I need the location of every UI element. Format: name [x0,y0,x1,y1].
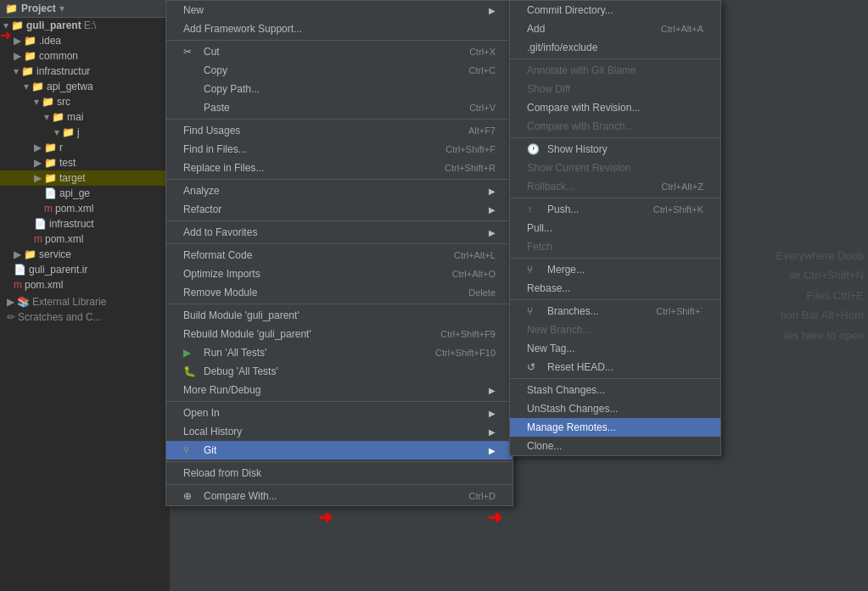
sep2 [166,119,512,120]
vcs-pull[interactable]: Pull... [510,219,720,237]
tree-idea[interactable]: ▶ 📁 .idea [0,33,170,48]
java-label: j [77,126,80,138]
tree-main[interactable]: ▾ 📁 mai [0,109,170,125]
resethead-icon: ↺ [527,361,540,373]
tree-service[interactable]: ▶ 📁 service [0,247,170,262]
tree-guli-ir[interactable]: 📄 guli_parent.ir [0,262,170,277]
vcs-branches[interactable]: ⑂ Branches... Ctrl+Shift+` [510,302,720,321]
vsep6 [510,378,720,379]
vcs-new-tag[interactable]: New Tag... [510,339,720,358]
menu-add-framework[interactable]: Add Framework Support... [166,20,512,38]
pom3-label: pom.xml [25,279,63,291]
menu-find-files[interactable]: Find in Files... Ctrl+Shift+F [166,140,512,159]
src-arrow: ▾ [34,96,39,108]
tree-apigateway[interactable]: ▾ 📁 api_getwa [0,79,170,94]
menu-cut[interactable]: ✂ Cut Ctrl+X [166,42,512,61]
commit-dir-label: Commit Directory... [527,4,613,16]
vcs-push[interactable]: ↑ Push... Ctrl+Shift+K [510,200,720,219]
copy-label: Copy [204,64,227,76]
target-folder: 📁 [44,172,57,184]
tree-java[interactable]: ▾ 📁 j [0,125,170,140]
context-menu-primary: New Add Framework Support... ✂ Cut Ctrl+… [165,0,513,506]
run-icon: ▶ [183,347,197,359]
vcs-reset-head[interactable]: ↺ Reset HEAD... [510,358,720,376]
project-header: 📁 Project ▾ [0,0,170,18]
menu-remove-module[interactable]: Remove Module Delete [166,283,512,302]
tree-infrastructure[interactable]: ▾ 📁 infrastructur [0,64,170,79]
tree-r[interactable]: ▶ 📁 r [0,140,170,155]
menu-optimize[interactable]: Optimize Imports Ctrl+Alt+O [166,265,512,283]
menu-reload[interactable]: Reload from Disk [166,464,512,482]
vcs-showdiff[interactable]: Show Diff [510,80,720,98]
tree-common[interactable]: ▶ 📁 common [0,48,170,64]
menu-more-rundebug[interactable]: More Run/Debug [166,381,512,399]
tree-target[interactable]: ▶ 📁 target [0,170,170,186]
idea-arrow: ▶ [14,35,21,47]
src-folder: 📁 [42,96,54,108]
menu-git[interactable]: ⑂ Git [166,441,512,460]
showdiff-label: Show Diff [527,83,570,95]
vcs-stash[interactable]: Stash Changes... [510,381,720,399]
menu-analyze[interactable]: Analyze [166,181,512,200]
menu-rebuild[interactable]: Rebuild Module 'guli_parent' Ctrl+Shift+… [166,325,512,343]
test-folder: 📁 [44,157,57,169]
vcs-rebase[interactable]: Rebase... [510,279,720,298]
vcs-new-branch[interactable]: New Branch... [510,321,720,339]
menu-replace-files[interactable]: Replace in Files... Ctrl+Shift+R [166,159,512,177]
tree-external-libraries[interactable]: ▶ 📚 External Librarie [0,294,170,309]
vcs-manage-remotes[interactable]: Manage Remotes... [510,418,720,437]
vcs-clone[interactable]: Clone... [510,437,720,455]
vcs-annotate[interactable]: Annotate with Git Blame [510,61,720,80]
tree-infrafile[interactable]: 📄 infrastruct [0,216,170,231]
menu-run-tests[interactable]: ▶ Run 'All Tests' Ctrl+Shift+F10 [166,343,512,362]
menu-copy[interactable]: Copy Ctrl+C [166,61,512,80]
common-folder: 📁 [24,50,36,62]
manageremotes-label: Manage Remotes... [527,421,616,433]
menu-open-in[interactable]: Open In [166,404,512,422]
vcs-show-current-rev[interactable]: Show Current Revision [510,159,720,177]
menu-paste[interactable]: Paste Ctrl+V [166,98,512,117]
apige-label: api_ge [59,187,90,199]
fetch-label: Fetch [527,241,552,253]
vcs-add[interactable]: Add Ctrl+Alt+A [510,20,720,38]
clone-label: Clone... [527,440,562,452]
menu-local-history[interactable]: Local History [166,422,512,441]
menu-build[interactable]: Build Module 'guli_parent' [166,306,512,325]
tree-apige-file[interactable]: 📄 api_ge [0,186,170,201]
tree-pom2[interactable]: m pom.xml [0,231,170,247]
vcs-show-history[interactable]: 🕐 Show History [510,140,720,159]
tree-pom3[interactable]: m pom.xml [0,277,170,293]
vcs-rollback[interactable]: Rollback... Ctrl+Alt+Z [510,177,720,196]
menu-copy-path[interactable]: Copy Path... [166,80,512,98]
rollback-shortcut: Ctrl+Alt+Z [661,181,703,192]
vcs-merge[interactable]: ⑂ Merge... [510,260,720,279]
tree-test[interactable]: ▶ 📁 test [0,155,170,170]
sep1 [166,40,512,41]
vcs-unstash[interactable]: UnStash Changes... [510,399,720,418]
vcs-fetch[interactable]: Fetch [510,237,720,256]
vcs-compare-revision[interactable]: Compare with Revision... [510,98,720,117]
branches-label: Branches... [547,305,599,317]
menu-compare[interactable]: ⊕ Compare With... Ctrl+D [166,487,512,505]
tree-scratches[interactable]: ✏ Scratches and C... [0,309,170,325]
tree-root[interactable]: ▾ 📁 guli_parent E:\ [0,18,170,33]
hint-3: Files Ctrl+E [776,286,864,305]
tree-src[interactable]: ▾ 📁 src [0,94,170,109]
menu-find-usages[interactable]: Find Usages Alt+F7 [166,121,512,140]
root-path: E:\ [84,20,97,31]
rebase-label: Rebase... [527,282,570,294]
removemodule-shortcut: Delete [468,287,496,298]
optimize-label: Optimize Imports [183,268,260,280]
vcs-commit-dir[interactable]: Commit Directory... [510,1,720,20]
menu-reformat[interactable]: Reformat Code Ctrl+Alt+L [166,246,512,265]
tree-pom1[interactable]: m pom.xml [0,201,170,216]
service-folder: 📁 [24,248,36,260]
vcs-gitinfo[interactable]: .git/info/exclude [510,38,720,57]
vcs-compare-branch[interactable]: Compare with Branch... [510,117,720,136]
project-title: Project [21,3,56,14]
menu-favorites[interactable]: Add to Favorites [166,223,512,242]
openin-label: Open In [183,407,220,419]
menu-refactor[interactable]: Refactor [166,200,512,219]
menu-debug-tests[interactable]: 🐛 Debug 'All Tests' [166,362,512,381]
menu-new[interactable]: New [166,1,512,20]
